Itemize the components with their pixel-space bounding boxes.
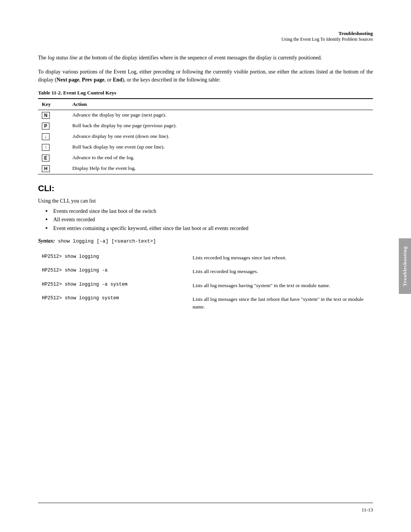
table-cell-key: ↓: [38, 131, 68, 142]
table-cell-action: Roll back the display by one page (previ…: [68, 121, 373, 131]
table-cell-action: Advance the display by one page (next pa…: [68, 110, 373, 121]
key-down: ↓: [42, 133, 49, 140]
side-tab-troubleshooting: Troubleshooting: [399, 238, 411, 294]
table-row: HP2512> show logging -a system Lists all…: [38, 279, 373, 292]
col-header-key: Key: [38, 99, 68, 110]
table-row: HP2512> show logging -a Lists all record…: [38, 265, 373, 278]
table-cell-action: Advance display by one event (down one l…: [68, 131, 373, 142]
table-cell-key: E: [38, 153, 68, 163]
desc-cell: Lists recorded log messages since last r…: [189, 251, 373, 265]
list-item: Event entries containing a specific keyw…: [46, 224, 373, 233]
syntax-label: Syntax:: [38, 238, 55, 244]
para2-bold1: Next page: [57, 77, 80, 83]
cmd-cell: HP2512> show logging: [38, 251, 189, 265]
page-number: 11-13: [38, 507, 373, 513]
table-row: HP2512> show logging system Lists all lo…: [38, 292, 373, 314]
syntax-code: show logging [-a] [<search-text>]: [58, 238, 156, 244]
desc-cell: Lists all recorded log messages.: [189, 265, 373, 278]
table-cell-action: Display Help for the event log.: [68, 163, 373, 174]
cmd-cell: HP2512> show logging -a: [38, 265, 189, 278]
para2-bold3: End: [113, 77, 123, 83]
cli-bullet-list: Events recorded since the last boot of t…: [46, 207, 373, 233]
key-p: P: [42, 123, 49, 129]
table-row: H Display Help for the event log.: [38, 163, 373, 174]
header-title: Troubleshooting: [38, 30, 373, 37]
key-e: E: [42, 155, 49, 161]
key-up: ↑: [42, 144, 49, 151]
page-header: Troubleshooting Using the Event Log To I…: [38, 30, 373, 42]
list-item: Events recorded since the last boot of t…: [46, 207, 373, 216]
content-area: The log status line at the bottom of the…: [38, 54, 373, 314]
footer-divider: [38, 503, 373, 503]
table-cell-key: H: [38, 163, 68, 174]
para1: The log status line at the bottom of the…: [38, 54, 373, 62]
header-subtitle: Using the Event Log To Identify Problem …: [38, 37, 373, 42]
table-cell-key: P: [38, 121, 68, 131]
col-header-action: Action: [68, 99, 373, 110]
cli-intro: Using the CLI, you can list: [38, 198, 373, 204]
table-row: P Roll back the display by one page (pre…: [38, 121, 373, 131]
key-h: H: [42, 165, 50, 172]
table-cell-action: Advance to the end of the log.: [68, 153, 373, 163]
table-row: HP2512> show logging Lists recorded log …: [38, 251, 373, 265]
table-cell-key: N: [38, 110, 68, 121]
table-cell-key: ↑: [38, 142, 68, 153]
table-row: ↑ Roll back display by one event (up one…: [38, 142, 373, 153]
cmd-cell: HP2512> show logging -a system: [38, 279, 189, 292]
table-row: E Advance to the end of the log.: [38, 153, 373, 163]
para1-italic: log status line: [48, 55, 78, 61]
syntax-line: Syntax: show logging [-a] [<search-text>…: [38, 238, 373, 244]
list-item: All events recorded: [46, 216, 373, 224]
key-n: N: [42, 112, 50, 119]
control-keys-table: Key Action N Advance the display by one …: [38, 98, 373, 174]
desc-cell: Lists all log messages since the last re…: [189, 292, 373, 314]
page-footer: 11-13: [38, 503, 373, 513]
cli-heading: CLI:: [38, 184, 373, 193]
cli-commands-table: HP2512> show logging Lists recorded log …: [38, 251, 373, 314]
table-row: N Advance the display by one page (next …: [38, 110, 373, 121]
desc-cell: Lists all log messages having "system" i…: [189, 279, 373, 292]
para2: To display various portions of the Event…: [38, 68, 373, 84]
cmd-cell: HP2512> show logging system: [38, 292, 189, 314]
table-cell-action: Roll back display by one event (up one l…: [68, 142, 373, 153]
table-caption: Table 11-2. Event Log Control Keys: [38, 90, 373, 96]
para2-bold2: Prev page: [82, 77, 104, 83]
table-row: ↓ Advance display by one event (down one…: [38, 131, 373, 142]
